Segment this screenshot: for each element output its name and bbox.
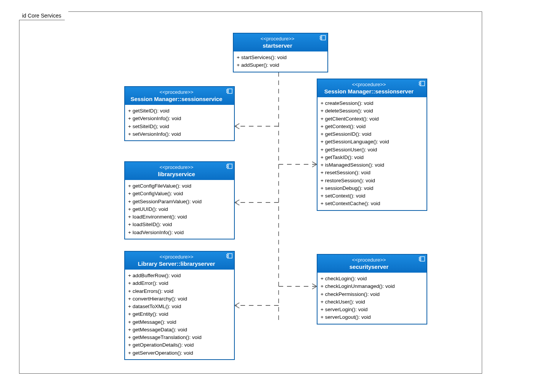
operation: + checkLoginUnmanaged(): void [321,283,423,290]
operation: + getMessageData(): void [128,326,231,334]
svg-rect-14 [227,256,229,257]
operation: + serverLogout(): void [321,313,423,321]
class-body: + createSession(): void+ deleteSession()… [317,97,427,210]
operation: + loadSiteID(): void [128,221,231,228]
svg-rect-4 [227,90,229,91]
class-startserver: <<procedure>>startserver + startServices… [233,33,328,72]
operation: + setContext(): void [321,192,423,200]
class-name: Session Manager::sessionserver [324,88,414,95]
svg-rect-2 [320,38,322,39]
class-name: Session Manager::sessionservice [131,96,223,102]
stereotype-label: <<procedure>> [127,254,226,260]
operation: + addBufferRow(): void [128,272,231,280]
stereotype-label: <<procedure>> [320,82,418,87]
operation: + getEntity(): void [128,310,231,318]
svg-rect-10 [227,165,229,166]
class-body: + getSiteID(): void+ getVersionInfo(): v… [125,105,234,140]
operation: + serverLogin(): void [321,306,423,313]
operation: + startServices(): void [237,54,324,61]
class-header: <<procedure>>Session Manager::sessionser… [125,87,234,105]
component-icon [320,35,326,40]
operation: + setVersionInfo(): void [128,130,231,138]
operation: + getVersionInfo(): void [128,115,231,122]
svg-rect-16 [419,257,421,259]
operation: + checkUser(): void [321,298,423,306]
class-name: startserver [263,42,292,49]
operation: + loadVersionInfo(): void [128,229,231,236]
operation: + datasetToXML(): void [128,303,231,310]
operation: + setContextCache(): void [321,200,423,207]
operation: + getServerOperation(): void [128,349,231,357]
operation: + clearErrors(): void [128,288,231,295]
operation: + getTaskID(): void [321,154,423,161]
class-header: <<procedure>>Session Manager::sessionser… [317,79,427,97]
class-body: + addBufferRow(): void+ addError(): void… [125,270,234,359]
class-name: libraryservice [158,171,195,177]
operation: + getSiteID(): void [128,107,231,115]
svg-rect-17 [419,259,421,260]
stereotype-label: <<procedure>> [320,257,418,263]
class-body: + startServices(): void+ addSuper(): voi… [234,51,327,72]
operation: + getSessionID(): void [321,130,423,138]
operation: + sessionDebug(): void [321,185,423,192]
operation: + loadEnvironment(): void [128,213,231,221]
class-body: + getConfigFileValue(): void+ getConfigV… [125,180,234,239]
class-name: Library Server::libraryserver [138,260,215,267]
operation: + isManagedSession(): void [321,161,423,169]
stereotype-label: <<procedure>> [127,164,226,170]
operation: + getUUID(): void [128,206,231,213]
class-libraryservice: <<procedure>>libraryservice + getConfigF… [124,161,235,239]
class-name: securityserver [350,263,389,270]
stereotype-label: <<procedure>> [236,36,319,42]
operation: + resetSession(): void [321,169,423,177]
operation: + checkPermission(): void [321,291,423,298]
operation: + getContext(): void [321,123,423,130]
svg-rect-11 [227,167,229,168]
operation: + convertHierarchy(): void [128,295,231,303]
component-icon [226,164,232,169]
operation: + deleteSession(): void [321,107,423,115]
operation: + getConfigFileValue(): void [128,182,231,190]
svg-rect-5 [227,92,229,93]
diagram-frame: id Core Services <<procedure>>startserve… [19,11,482,374]
class-securityserver: <<procedure>>securityserver + checkLogin… [317,254,427,325]
operation: + createSession(): void [321,100,423,107]
operation: + getSessionParamValue(): void [128,198,231,206]
operation: + addError(): void [128,280,231,287]
class-header: <<procedure>>Library Server::libraryserv… [125,252,234,270]
operation: + getConfigValue(): void [128,190,231,198]
operation: + getSessionLanguage(): void [321,138,423,146]
operation: + getSessionUser(): void [321,146,423,154]
stereotype-label: <<procedure>> [127,89,226,95]
component-icon [419,81,425,86]
operation: + checkLogin(): void [321,275,423,283]
class-sessionserver: <<procedure>>Session Manager::sessionser… [317,79,427,211]
component-icon [419,256,425,262]
operation: + getClientContext(): void [321,115,423,123]
svg-rect-8 [419,84,421,85]
svg-rect-7 [419,82,421,83]
class-sessionservice: <<procedure>>Session Manager::sessionser… [124,86,235,141]
class-header: <<procedure>>securityserver [317,255,427,273]
operation: + getMessage(): void [128,318,231,326]
svg-rect-13 [227,254,229,255]
class-body: + checkLogin(): void+ checkLoginUnmanage… [317,273,427,324]
frame-label: id Core Services [19,11,69,20]
component-icon [226,88,232,94]
operation: + setSiteID(); void [128,123,231,130]
operation: + getOperationDetails(): void [128,341,231,349]
operation: + addSuper(): void [237,61,324,69]
class-libraryserver: <<procedure>>Library Server::libraryserv… [124,251,235,360]
operation: + restoreSession(): void [321,177,423,185]
svg-rect-1 [320,36,322,37]
class-header: <<procedure>>libraryservice [125,162,234,180]
operation: + getMessageTranslation(): void [128,334,231,341]
component-icon [226,253,232,259]
class-header: <<procedure>>startserver [234,34,327,51]
